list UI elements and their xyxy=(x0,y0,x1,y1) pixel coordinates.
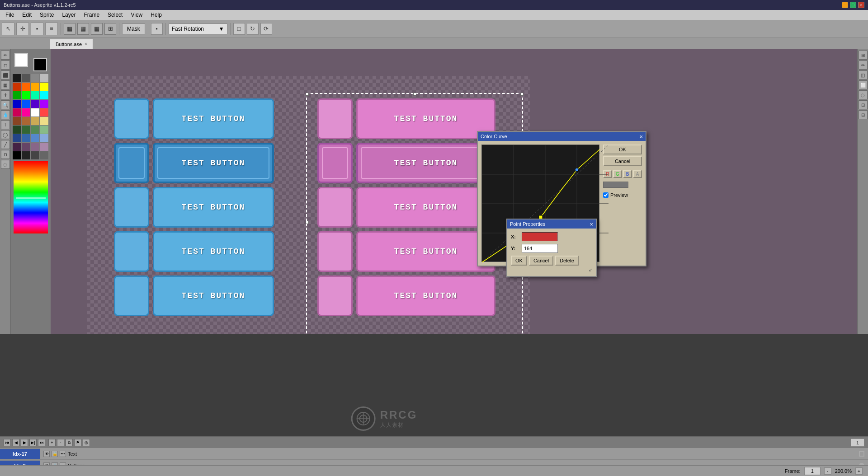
pal-1[interactable] xyxy=(22,74,30,82)
lt-text[interactable]: T xyxy=(1,120,10,129)
color-gradient[interactable] xyxy=(14,161,48,233)
cc-close-btn[interactable]: × xyxy=(639,133,643,140)
cc-ok-btn[interactable]: OK xyxy=(603,145,642,154)
lt-blur[interactable]: ◌ xyxy=(1,160,10,169)
pp-cancel-btn[interactable]: Cancel xyxy=(529,256,553,266)
pal-24[interactable] xyxy=(13,126,21,134)
flip-tool[interactable]: ≡ xyxy=(45,23,58,35)
tl-end[interactable]: ⏭ xyxy=(38,439,45,446)
pp-close-btn[interactable]: × xyxy=(590,221,593,228)
pal-12[interactable] xyxy=(13,100,21,108)
zoom-minus[interactable]: - xyxy=(824,467,831,475)
pal-9[interactable] xyxy=(22,91,30,99)
lt-pencil[interactable]: ✏ xyxy=(1,51,10,60)
pp-y-input[interactable] xyxy=(522,244,558,253)
tool-extra-1[interactable]: □ xyxy=(233,23,245,35)
rt-btn-7[interactable]: ⊟ xyxy=(859,110,868,119)
pal-10[interactable] xyxy=(31,91,39,99)
pp-ok-btn[interactable]: OK xyxy=(511,256,527,266)
lt-eyedrop[interactable]: 💧 xyxy=(1,110,10,119)
pixel-tool-3[interactable]: ▦ xyxy=(91,23,103,35)
pal-20[interactable] xyxy=(13,117,21,125)
lt-line[interactable]: ╱ xyxy=(1,140,10,149)
rt-btn-4[interactable]: ⬜ xyxy=(859,80,868,89)
rt-btn-5[interactable]: ◌ xyxy=(859,90,868,99)
tl-dup-frame[interactable]: ⧉ xyxy=(66,439,73,446)
cc-title-bar[interactable]: Color Curve × xyxy=(478,132,646,141)
cc-cancel-btn[interactable]: Cancel xyxy=(603,156,642,166)
menu-edit[interactable]: Edit xyxy=(19,11,35,19)
pp-title-bar[interactable]: Point Properties × xyxy=(507,219,596,229)
lt-contour[interactable]: ⊓ xyxy=(1,150,10,159)
tl-tag[interactable]: ⚑ xyxy=(74,439,81,446)
zoom-plus[interactable]: + xyxy=(855,467,863,475)
lt-zoom[interactable]: 🔍 xyxy=(1,100,10,109)
tl-play[interactable]: ▶ xyxy=(21,439,28,446)
pal-29[interactable] xyxy=(22,134,30,142)
lt-select[interactable]: ▦ xyxy=(1,80,10,89)
sel-tool-1[interactable]: ▪ xyxy=(151,23,163,35)
cc-channel-a[interactable]: A xyxy=(633,170,642,178)
tl-add-frame[interactable]: + xyxy=(48,439,56,446)
pal-38[interactable] xyxy=(31,151,39,159)
pal-0[interactable] xyxy=(13,74,21,82)
rt-btn-3[interactable]: ◫ xyxy=(859,70,868,79)
pal-16[interactable] xyxy=(13,108,21,117)
pal-11[interactable] xyxy=(40,91,48,99)
menu-select[interactable]: Select xyxy=(104,11,126,19)
tool-extra-2[interactable]: ↻ xyxy=(247,23,259,35)
pal-28[interactable] xyxy=(13,134,21,142)
pixel-tool-2[interactable]: ▦ xyxy=(77,23,89,35)
pal-36[interactable] xyxy=(13,151,21,159)
menu-view[interactable]: View xyxy=(127,11,146,19)
pal-8[interactable] xyxy=(13,91,21,99)
rt-btn-2[interactable]: ✏ xyxy=(859,61,868,70)
tl-onion[interactable]: ◎ xyxy=(83,439,90,446)
tl-start[interactable]: ⏮ xyxy=(4,439,11,446)
pal-34[interactable] xyxy=(31,143,39,151)
layer-text[interactable]: 👁 🔒 ••• Text xyxy=(40,448,868,460)
pal-19[interactable] xyxy=(40,108,48,117)
pal-26[interactable] xyxy=(31,126,39,134)
pal-13[interactable] xyxy=(22,100,30,108)
pal-39[interactable] xyxy=(40,151,48,159)
lt-eraser[interactable]: ◻ xyxy=(1,61,10,70)
pal-25[interactable] xyxy=(22,126,30,134)
rt-btn-6[interactable]: ⊡ xyxy=(859,100,868,109)
layer-vis-text[interactable]: 👁 xyxy=(43,451,50,457)
pal-6[interactable] xyxy=(31,83,39,91)
pal-27[interactable] xyxy=(40,126,48,134)
move-tool[interactable]: ✛ xyxy=(16,23,29,35)
lt-move[interactable]: ✛ xyxy=(1,90,10,99)
layer-lock-text[interactable]: 🔒 xyxy=(52,451,58,457)
pal-7[interactable] xyxy=(40,83,48,91)
minimize-button[interactable]: _ xyxy=(842,2,848,8)
maximize-button[interactable]: □ xyxy=(850,2,856,8)
bg-color-swatch[interactable] xyxy=(33,58,47,71)
rt-btn-1[interactable]: ⊞ xyxy=(859,51,868,60)
menu-sprite[interactable]: Sprite xyxy=(36,11,57,19)
close-button[interactable]: × xyxy=(858,2,864,8)
cc-channel-b[interactable]: B xyxy=(623,170,632,178)
canvas-area[interactable]: TEST BUTTON TEST BUTTON TEST BUTTON TEST… xyxy=(51,49,857,334)
tl-del-frame[interactable]: - xyxy=(57,439,64,446)
tool-extra-3[interactable]: ⟳ xyxy=(260,23,272,35)
lt-fill[interactable]: ⬛ xyxy=(1,70,10,79)
pal-30[interactable] xyxy=(31,134,39,142)
frame-input[interactable] xyxy=(804,467,821,475)
arrow-tool[interactable]: ↖ xyxy=(2,23,14,35)
pal-17[interactable] xyxy=(22,108,30,117)
tl-prev[interactable]: ◀ xyxy=(12,439,19,446)
menu-layer[interactable]: Layer xyxy=(58,11,79,19)
menu-help[interactable]: Help xyxy=(147,11,165,19)
pixel-tool-1[interactable]: ▦ xyxy=(64,23,75,35)
cc-channel-g[interactable]: G xyxy=(613,170,622,178)
pal-32[interactable] xyxy=(13,143,21,151)
pal-5[interactable] xyxy=(22,83,30,91)
menu-file[interactable]: File xyxy=(2,11,18,19)
pal-3[interactable] xyxy=(40,74,48,82)
pal-35[interactable] xyxy=(40,143,48,151)
pal-15[interactable] xyxy=(40,100,48,108)
pal-18[interactable] xyxy=(31,108,39,117)
pal-4[interactable] xyxy=(13,83,21,91)
